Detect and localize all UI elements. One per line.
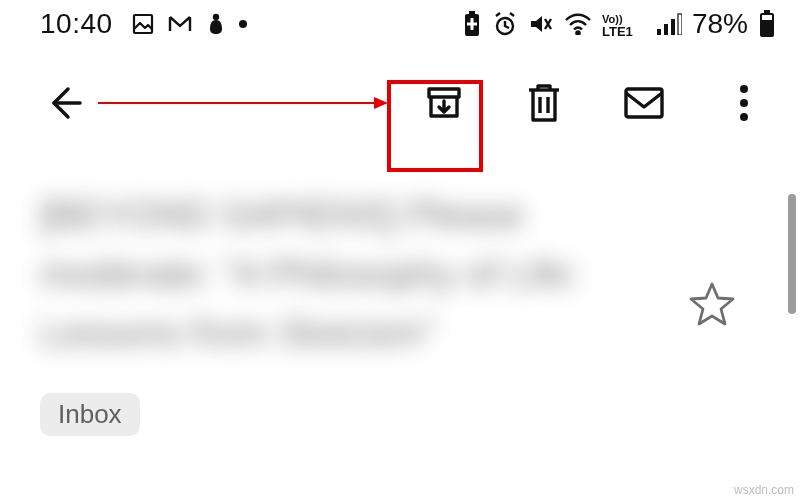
image-icon [131,12,155,36]
star-outline-icon [688,280,736,328]
status-notification-icons [131,12,247,36]
toolbar-actions [416,75,772,131]
svg-point-1 [212,14,218,20]
svg-point-22 [740,99,748,107]
battery-percentage: 78% [692,8,748,40]
back-arrow-icon [42,81,86,125]
svg-rect-15 [764,10,770,14]
svg-rect-13 [678,14,682,35]
archive-icon [424,83,464,123]
more-vertical-icon [738,83,750,123]
battery-icon [758,10,776,38]
attribution-watermark: wsxdn.com [734,483,794,497]
scrollbar-thumb[interactable] [788,194,796,314]
signal-icon [656,13,682,35]
status-bar-right: Vo))LTE1 78% [462,8,776,40]
svg-point-23 [740,113,748,121]
svg-rect-5 [467,23,477,26]
svg-rect-12 [671,19,675,35]
svg-rect-16 [762,15,772,20]
status-bar-left: 10:40 [40,8,247,40]
more-button[interactable] [716,75,772,131]
person-icon [205,12,227,36]
svg-rect-3 [469,11,475,15]
svg-rect-0 [134,15,152,33]
annotation-arrow [98,93,388,113]
svg-rect-19 [429,89,459,97]
svg-rect-11 [664,24,668,35]
delete-button[interactable] [516,75,572,131]
mark-unread-button[interactable] [616,75,672,131]
envelope-icon [622,85,666,121]
svg-point-7 [576,31,579,34]
svg-text:LTE1: LTE1 [602,24,633,37]
inbox-label-chip[interactable]: Inbox [40,393,140,436]
trash-icon [525,82,563,124]
back-button[interactable] [36,75,92,131]
mute-icon [528,11,554,37]
svg-rect-10 [657,29,661,35]
volte-icon: Vo))LTE1 [602,11,646,37]
svg-rect-20 [626,89,662,117]
star-button[interactable] [688,280,736,332]
svg-marker-18 [374,97,388,109]
email-content: [BEYOND SAPIENS] Please moderate: "A Phi… [0,158,800,436]
email-toolbar [0,48,800,158]
status-bar: 10:40 Vo))LTE1 78% [0,0,800,48]
wifi-icon [564,13,592,35]
gmail-icon [167,12,193,36]
svg-point-21 [740,85,748,93]
archive-button[interactable] [416,75,472,131]
more-notifications-dot [239,20,247,28]
status-time: 10:40 [40,8,113,40]
alarm-icon [492,11,518,37]
email-subject-blurred: [BEYOND SAPIENS] Please moderate: "A Phi… [40,186,600,363]
battery-saver-icon [462,11,482,37]
